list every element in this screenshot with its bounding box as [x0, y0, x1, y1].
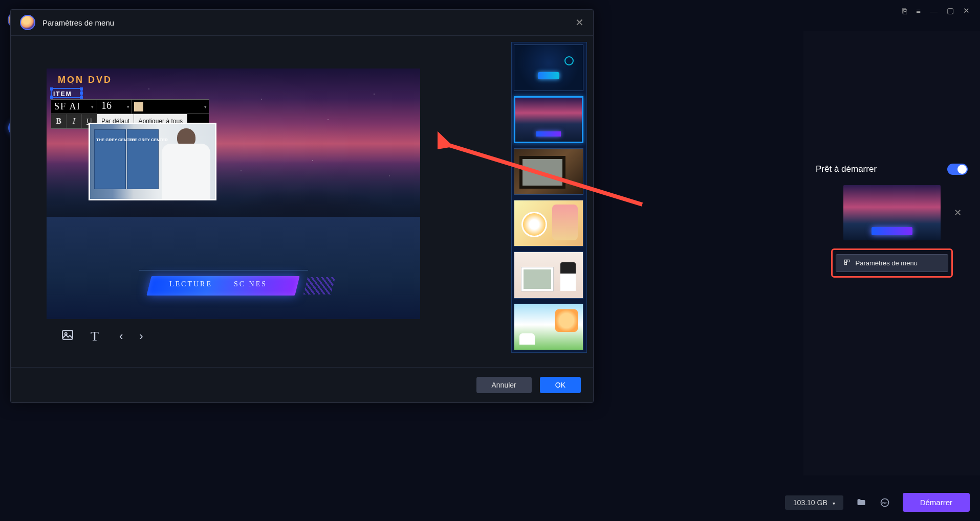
scenes-button-label[interactable]: SC NES	[234, 280, 267, 288]
prev-page-icon[interactable]: ‹	[119, 330, 123, 343]
ok-button[interactable]: OK	[540, 377, 581, 393]
image-tool-icon[interactable]	[61, 328, 74, 345]
font-color-select[interactable]: ▾	[132, 100, 209, 114]
template-thumb-kids[interactable]	[514, 304, 583, 350]
template-thumb-tech-blue[interactable]	[514, 44, 583, 91]
folder-icon[interactable]	[856, 497, 867, 508]
close-window-icon[interactable]: ✕	[963, 6, 970, 15]
disk-size-display[interactable]: 103.10 GB ▾	[785, 495, 843, 510]
svg-rect-9	[844, 263, 846, 265]
bold-button[interactable]: B	[51, 114, 67, 128]
menu-settings-label: Paramètres de menu	[856, 259, 918, 267]
svg-text:ISO: ISO	[882, 501, 888, 504]
dvd-title-text[interactable]: MON DVD	[58, 75, 112, 85]
svg-rect-7	[844, 260, 846, 262]
selected-text-item[interactable]: ITEM	[51, 88, 82, 98]
ready-to-start-label: Prêt à démarrer	[816, 164, 877, 174]
resize-handle[interactable]	[80, 96, 83, 99]
font-family-select[interactable]: SF Al ▾	[51, 100, 97, 114]
modal-avatar	[20, 15, 35, 30]
resize-handle[interactable]	[80, 87, 83, 90]
ready-toggle[interactable]	[947, 164, 968, 175]
cancel-button[interactable]: Annuler	[476, 377, 532, 393]
menu-settings-button[interactable]: Paramètres de menu	[836, 254, 948, 272]
preview-tools: T ‹ ›	[47, 319, 511, 345]
pin-icon[interactable]: ⎘	[902, 7, 907, 15]
svg-rect-8	[847, 260, 849, 262]
item-label: ITEM	[52, 90, 72, 98]
play-bar: LECTURE SC NES	[134, 267, 333, 299]
remove-preview-icon[interactable]: ✕	[954, 207, 962, 218]
play-button-label[interactable]: LECTURE	[169, 280, 212, 288]
sign-text: THE GREY CENTER	[129, 138, 168, 143]
template-thumb-wedding[interactable]	[514, 252, 583, 298]
next-page-icon[interactable]: ›	[139, 330, 143, 343]
minimize-icon[interactable]: —	[930, 7, 938, 15]
italic-button[interactable]: I	[67, 114, 82, 128]
right-panel: Prêt à démarrer ✕ Paramètres de menu	[803, 31, 980, 475]
bottom-bar: 103.10 GB ▾ ISO Démarrer	[785, 493, 970, 512]
chevron-down-icon: ▾	[127, 104, 129, 109]
start-button[interactable]: Démarrer	[903, 493, 970, 512]
color-swatch	[134, 102, 143, 111]
menu-icon[interactable]: ≡	[916, 7, 921, 15]
chevron-down-icon: ▾	[204, 104, 207, 109]
menu-preview-thumb[interactable]	[843, 185, 941, 240]
resize-handle[interactable]	[80, 92, 83, 95]
modal-header: Paramètres de menu ✕	[11, 10, 593, 36]
text-tool-icon[interactable]: T	[91, 329, 99, 344]
menu-settings-modal: Paramètres de menu ✕ MON DVD ITEM	[10, 9, 594, 403]
template-thumb-nebula[interactable]	[514, 96, 583, 143]
modal-close-icon[interactable]: ✕	[575, 16, 584, 29]
modal-footer: Annuler OK	[11, 367, 593, 402]
font-size-select[interactable]: 16 ▾	[97, 100, 132, 114]
menu-settings-icon	[843, 259, 851, 267]
modal-title: Paramètres de menu	[42, 18, 568, 27]
menu-preview-canvas[interactable]: MON DVD ITEM SF Al ▾	[47, 69, 420, 319]
svg-rect-12	[62, 330, 73, 339]
resize-handle[interactable]	[50, 87, 53, 90]
video-clip-thumbnail[interactable]: THE GREY CENTER THE GREY CENTER	[89, 123, 216, 200]
template-thumb-floral[interactable]	[514, 200, 583, 246]
annotation-highlight: Paramètres de menu	[831, 248, 953, 278]
chevron-down-icon: ▾	[91, 104, 95, 109]
iso-icon[interactable]: ISO	[879, 497, 890, 508]
window-controls: ⎘ ≡ — ▢ ✕	[902, 6, 970, 15]
maximize-icon[interactable]: ▢	[947, 6, 954, 15]
template-strip[interactable]	[511, 42, 587, 353]
resize-handle[interactable]	[50, 96, 53, 99]
template-thumb-film-reel[interactable]	[514, 148, 583, 195]
